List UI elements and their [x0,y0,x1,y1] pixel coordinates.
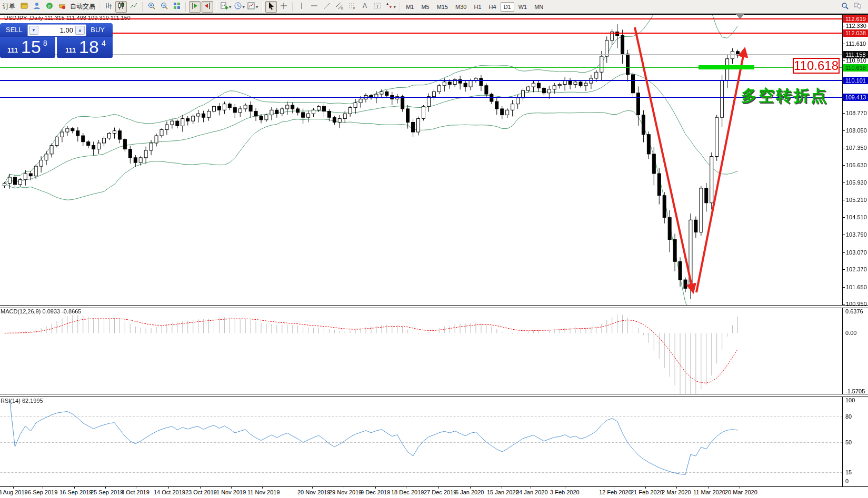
date-tick [740,487,740,489]
turning-point-annotation[interactable]: 多空转折点 [741,85,828,107]
dropdown-caret-icon[interactable]: ▾ [256,4,258,9]
timeframe-button-m1[interactable]: M1 [403,2,417,12]
price-tick-label: 104.510 [846,214,867,220]
price-chart-canvas[interactable] [0,0,868,498]
cursor-icon [267,2,275,12]
green-trendline-segment[interactable] [699,65,754,69]
buy-price-button[interactable]: 111 18 4 [57,37,113,58]
hline-109.413[interactable] [0,97,842,98]
date-tick [200,487,201,489]
signals-icon: p [45,2,54,12]
new-chart-icon [220,2,228,12]
toolbar-button-bar-chart[interactable] [103,1,114,13]
main-macd-separator[interactable] [0,305,868,308]
toolbar-button-cursor[interactable] [265,1,277,13]
date-label: 15 Jan 2020 [487,489,519,495]
toolbar-button-candlestick[interactable] [115,1,127,13]
sell-button[interactable]: SELL [6,26,23,34]
toolbar-button-tile-windows[interactable] [171,1,183,13]
date-label: 6 Jan 2020 [455,489,484,495]
hline-111.158[interactable] [0,54,842,55]
channel-icon: E [335,2,344,12]
hline-112.038[interactable] [0,33,842,34]
toolbar-button-search[interactable] [839,1,851,13]
toolbar-button-periods[interactable]: ▾ [233,1,246,13]
price-tick [842,217,845,218]
chart-shift-icon [203,2,212,12]
timeframe-button-w1[interactable]: W1 [515,2,531,12]
toolbar-button-zoom-out[interactable] [158,1,170,13]
sell-price-button[interactable]: 111 15 8 [0,37,55,58]
rsi-label: RSI(14) 62.1995 [1,398,43,404]
volume-increase-button[interactable]: ▲ [75,26,85,35]
profile-icon [33,2,41,12]
toolbar-button-autotrade[interactable] [56,1,68,13]
toolbar-button-new-chart[interactable]: ▾ [220,1,232,13]
toolbar-button-trendline[interactable] [321,1,333,13]
toolbar-button-arrows[interactable]: ▾ [384,1,397,13]
date-label: 4 Oct 2019 [121,489,149,495]
toolbar-button-history[interactable] [18,1,30,13]
toolbar-button-zoom-in[interactable] [146,1,157,13]
toolbar-button-text[interactable]: A [359,1,371,13]
hline-110.101[interactable] [0,80,842,81]
toolbar-button-hline[interactable] [308,1,320,13]
timeframe-button-m30[interactable]: M30 [452,2,470,12]
macd-label: MACD(12,26,9) 0.0933 -0.8665 [1,308,81,314]
history-icon [20,2,28,12]
toolbar-button-chat[interactable] [852,1,863,13]
chart-shift-marker-icon[interactable] [736,14,744,19]
macd-scale-label: 0.00 [845,330,856,336]
toolbar-button-label[interactable]: T [372,1,383,13]
timeframe-button-h1[interactable]: H1 [471,2,485,12]
toolbar-button-signals[interactable]: p [44,1,55,13]
date-tick [105,487,106,489]
date-label: 3 Aug 2019 [0,489,28,495]
buy-price-big: 18 [79,37,99,57]
date-label: 21 Feb 2020 [631,489,663,495]
tile-windows-icon [173,2,181,12]
volume-input[interactable]: ▼ 1.00 ▲ [27,24,86,36]
toolbar-button-profile[interactable] [31,1,43,13]
timeframe-button-d1[interactable]: D1 [501,2,514,12]
timeframe-button-m15[interactable]: M15 [434,2,451,12]
toolbar-button-auto-scroll[interactable] [189,1,201,13]
date-tick [565,487,565,489]
toolbar-button-templates[interactable]: ▾ [246,1,259,13]
toolbar-button-vline[interactable] [296,1,307,13]
timeframe-button-mn[interactable]: MN [531,2,546,12]
price-tick [842,287,845,288]
templates-icon [247,2,255,12]
candlestick-icon [117,2,125,12]
toolbar-button-line-chart[interactable] [128,1,139,13]
date-tick [74,487,75,489]
volume-decrease-button[interactable]: ▼ [29,26,38,35]
svg-text:F: F [353,7,355,10]
price-tick [842,182,845,183]
dropdown-caret-icon[interactable]: ▾ [243,4,245,9]
macd-rsi-separator[interactable] [0,394,868,397]
price-callout-label[interactable]: 110.618 [793,58,840,74]
label-icon: T [373,2,382,12]
dropdown-caret-icon[interactable]: ▾ [229,4,232,9]
zoom-out-icon [160,2,168,12]
timeframe-button-h4[interactable]: H4 [486,2,500,12]
price-tick [842,113,845,114]
auto-scroll-icon [191,2,199,12]
macd-scale-label: 0.6376 [845,308,863,314]
toolbar-button-chart-shift[interactable] [202,1,213,13]
toolbar-button-channel[interactable]: E [334,1,345,13]
date-tick [13,487,14,489]
hline-icon [310,2,318,12]
toolbar-button-fibo[interactable]: F [346,1,358,13]
date-label: 1 Nov 2019 [216,489,246,495]
timeframe-button-m5[interactable]: M5 [418,2,432,12]
toolbar-separator [262,2,263,12]
toolbar-separator [185,2,186,12]
hline-112.619[interactable] [0,18,842,19]
buy-button[interactable]: BUY [91,26,105,34]
date-tick [614,487,614,489]
dropdown-caret-icon[interactable]: ▾ [394,4,396,9]
new-order-button[interactable]: 订单 [1,1,17,13]
toolbar-button-crosshair[interactable] [278,1,290,13]
